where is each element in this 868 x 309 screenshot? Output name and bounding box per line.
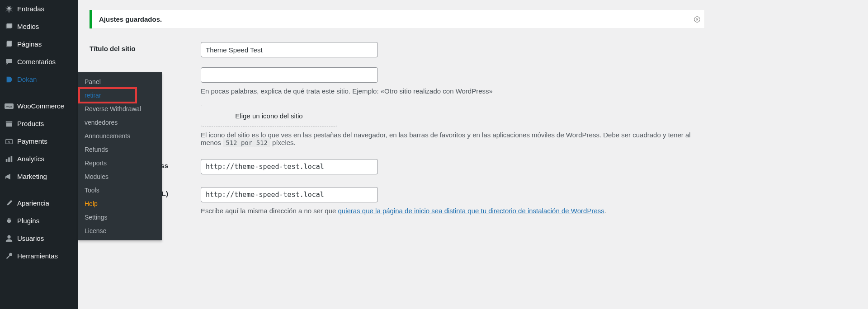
payments-icon: $ — [5, 137, 14, 146]
plug-icon — [5, 216, 14, 225]
label-wp-url-tail: ss — [90, 159, 201, 169]
input-site-title[interactable] — [201, 42, 378, 57]
page-icon — [5, 40, 14, 49]
sidebar-item-label: Analytics — [17, 155, 44, 163]
sidebar-item-analytics[interactable]: Analytics — [0, 150, 78, 168]
sidebar-item-label: Comentarios — [17, 58, 56, 66]
label-tagline — [90, 67, 201, 70]
pin-icon — [5, 5, 14, 14]
megaphone-icon — [5, 172, 14, 181]
sidebar-item-herramientas[interactable]: Herramientas — [0, 247, 78, 265]
icon-size-code: 512 por 512 — [223, 138, 270, 147]
link-site-url-docs[interactable]: quieras que la página de inicio sea dist… — [338, 207, 604, 215]
svg-rect-6 — [6, 121, 12, 122]
sidebar-item-entradas[interactable]: Entradas — [0, 0, 78, 18]
row-wp-url: ss — [90, 159, 868, 174]
row-site-title: Título del sitio — [90, 42, 868, 57]
sidebar-item-dokan[interactable]: Dokan — [0, 70, 78, 88]
sidebar-item-apariencia[interactable]: Apariencia — [0, 194, 78, 212]
svg-rect-11 — [8, 157, 10, 162]
dokan-icon — [5, 75, 14, 84]
brush-icon — [5, 199, 14, 208]
user-icon — [5, 234, 14, 243]
media-icon — [5, 22, 14, 31]
woocommerce-icon: woo — [5, 102, 14, 111]
sidebar-item-label: Apariencia — [17, 199, 49, 207]
input-site-url[interactable] — [201, 187, 378, 202]
label-site-url-tail: L) — [90, 187, 201, 197]
dismiss-notice-button[interactable] — [693, 15, 702, 24]
sidebar-item-plugins[interactable]: Plugins — [0, 212, 78, 229]
sidebar-item-label: Payments — [17, 137, 47, 145]
svg-rect-3 — [7, 40, 12, 46]
input-wp-url[interactable] — [201, 159, 378, 174]
sidebar-item-comentarios[interactable]: Comentarios — [0, 53, 78, 70]
sidebar-item-medios[interactable]: Medios — [0, 18, 78, 35]
desc-icon: El icono del sitio es lo que ves en las … — [201, 131, 703, 146]
sidebar-item-woocommerce[interactable]: woo WooCommerce — [0, 97, 78, 115]
sidebar-item-label: Marketing — [17, 173, 47, 180]
close-icon — [694, 16, 700, 23]
svg-rect-12 — [11, 156, 13, 162]
analytics-icon — [5, 154, 14, 164]
notice-text: Ajustes guardados. — [99, 15, 162, 23]
svg-rect-1 — [7, 23, 13, 28]
settings-saved-notice: Ajustes guardados. — [90, 10, 704, 28]
row-icon: Elige un icono del sitio El icono del si… — [90, 105, 868, 146]
desc-site-url: Escribe aquí la misma dirección a no ser… — [201, 207, 606, 215]
sidebar-item-label: WooCommerce — [17, 102, 64, 110]
sidebar-item-usuarios[interactable]: Usuarios — [0, 229, 78, 247]
label-icon — [90, 105, 201, 108]
archive-icon — [5, 119, 14, 128]
row-site-url: L) Escribe aquí la misma dirección a no … — [90, 187, 868, 215]
sidebar-item-label: Usuarios — [17, 234, 44, 242]
sidebar-item-label: Plugins — [17, 217, 39, 225]
input-tagline[interactable] — [201, 67, 378, 83]
sidebar-item-paginas[interactable]: Páginas — [0, 35, 78, 53]
choose-site-icon-button[interactable]: Elige un icono del sitio — [201, 105, 337, 126]
svg-rect-7 — [6, 123, 12, 126]
sidebar-item-label: Medios — [17, 23, 39, 30]
admin-sidebar: Entradas Medios Páginas Comentarios Doka… — [0, 0, 78, 309]
desc-tagline: En pocas palabras, explica de qué trata … — [201, 87, 493, 95]
choose-icon-label: Elige un icono del sitio — [235, 112, 302, 120]
comment-icon — [5, 57, 14, 66]
label-site-title: Título del sitio — [90, 42, 201, 52]
sidebar-item-marketing[interactable]: Marketing — [0, 168, 78, 185]
svg-text:$: $ — [8, 140, 10, 144]
row-tagline: En pocas palabras, explica de qué trata … — [90, 67, 868, 95]
settings-content: Ajustes guardados. Título del sitio En p… — [78, 0, 868, 309]
sidebar-item-label: Entradas — [17, 5, 44, 13]
wrench-icon — [5, 252, 14, 261]
sidebar-item-label: Products — [17, 120, 44, 127]
svg-text:woo: woo — [6, 104, 12, 108]
sidebar-item-label: Páginas — [17, 40, 42, 48]
sidebar-item-payments[interactable]: $ Payments — [0, 132, 78, 150]
sidebar-item-label: Herramientas — [17, 252, 58, 260]
svg-point-13 — [7, 235, 10, 238]
sidebar-item-label: Dokan — [17, 75, 37, 83]
svg-rect-10 — [6, 159, 8, 162]
sidebar-item-products[interactable]: Products — [0, 115, 78, 132]
